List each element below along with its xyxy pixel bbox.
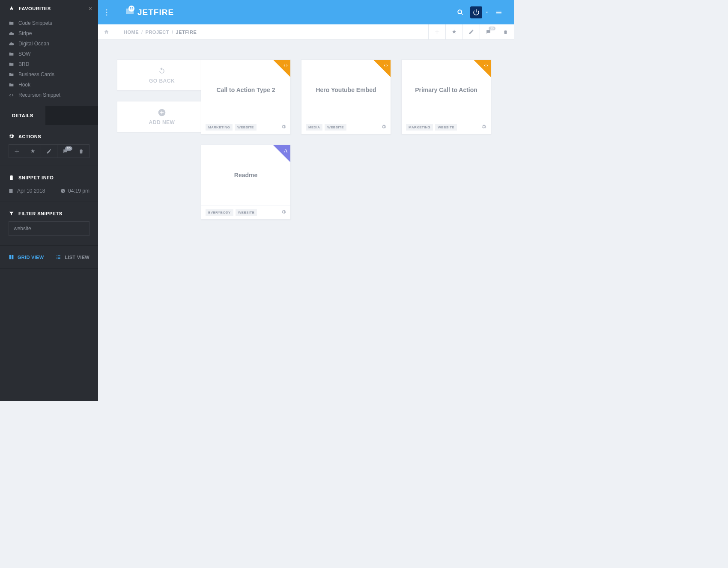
snippet-tag[interactable]: EVERYBODY [206,209,233,216]
breadcrumb-home[interactable]: HOME [124,30,139,35]
subbar-tools: 20 [428,24,514,39]
star-icon [9,6,15,12]
actions-title: ACTIONS [18,134,41,139]
snippet-title: Readme [234,172,257,178]
snippet-tag[interactable]: WEBSITE [235,124,257,131]
action-favourite-button[interactable] [25,144,42,158]
snippet-card[interactable]: Call to Action Type 2 MARKETINGWEBSITE [201,59,291,134]
snippet-settings-button[interactable] [481,123,486,131]
edit-icon [46,149,52,154]
tool-favourite-button[interactable] [445,24,462,39]
star-icon [30,149,36,154]
favourite-item[interactable]: Code Snippets [0,18,98,28]
close-favourites-icon[interactable]: × [89,5,92,12]
gear-icon [9,134,14,139]
snippet-title: Hero Youtube Embed [316,86,376,93]
breadcrumb-project[interactable]: PROJECT [146,30,169,35]
dots-vertical-icon [106,9,107,16]
snippet-settings-button[interactable] [381,123,386,131]
favourite-item[interactable]: BRD [0,59,98,69]
list-view-button[interactable]: LIST VIEW [56,254,90,260]
snippet-settings-button[interactable] [281,123,286,131]
hamburger-button[interactable] [492,5,506,20]
folder-icon [9,51,14,57]
snippet-card[interactable]: Primary Call to Action MARKETINGWEBSITE [401,59,491,134]
filter-snippets-input[interactable] [9,221,90,236]
favourite-label: Digital Ocean [18,41,49,47]
breadcrumb: HOME / PROJECT / JETFIRE [115,24,197,39]
snippet-date: Apr 10 2018 [17,188,45,194]
action-add-button[interactable] [9,144,25,158]
user-menu[interactable] [470,6,489,18]
snippet-tag[interactable]: WEBSITE [325,124,346,131]
gear-icon [281,209,286,214]
snippet-settings-button[interactable] [281,208,286,216]
subbar: HOME / PROJECT / JETFIRE 20 [98,24,514,40]
tool-add-button[interactable] [428,24,445,39]
tool-comments-button[interactable]: 20 [480,24,497,39]
snippet-tag[interactable]: WEBSITE [435,124,457,131]
tab-details[interactable]: DETAILS [0,106,45,125]
snippet-tag[interactable]: MARKETING [406,124,433,131]
favourite-item[interactable]: Hook [0,80,98,90]
add-new-card[interactable]: ADD NEW [117,101,207,132]
favourite-item[interactable]: Recursion Snippet [0,90,98,100]
topbar-menu-button[interactable] [98,0,115,24]
snippet-footer: EVERYBODYWEBSITE [201,205,290,219]
favourite-label: Code Snippets [18,20,52,26]
avatar [470,6,482,18]
snippet-tag[interactable]: MARKETING [206,124,233,131]
snippet-card[interactable]: A Readme EVERYBODYWEBSITE [201,145,291,220]
card-corner-icon: A [284,147,288,155]
list-view-label: LIST VIEW [65,255,90,260]
view-toggle: GRID VIEW LIST VIEW [0,246,98,269]
favourite-label: Hook [18,82,30,88]
clipboard-icon [9,175,14,180]
favourite-item[interactable]: Stripe [0,28,98,39]
snippet-info-title: SNIPPET INFO [18,175,54,180]
trash-icon [503,29,508,35]
add-new-label: ADD NEW [149,119,175,125]
home-button[interactable] [98,24,115,39]
cloud-icon [9,31,14,36]
gear-icon [281,124,286,129]
favourite-item[interactable]: SOW [0,49,98,59]
snippet-footer: MARKETINGWEBSITE [201,120,290,134]
snippet-title: Call to Action Type 2 [217,86,275,93]
content: GO BACK ADD NEW Call to Action Type 2 MA… [98,40,514,228]
comments-badge: 20 [65,146,72,151]
favourite-label: Stripe [18,30,32,36]
go-back-card[interactable]: GO BACK [117,59,207,91]
favourite-label: SOW [18,51,31,57]
actions-header: ACTIONS [0,125,98,144]
grid-view-button[interactable]: GRID VIEW [9,254,44,260]
action-edit-button[interactable] [41,144,57,158]
clock-icon [60,188,66,193]
favourites-title: FAVOURITES [19,6,89,11]
filter-icon [9,211,14,216]
tool-edit-button[interactable] [462,24,480,39]
code-icon [9,92,14,98]
snippet-tag[interactable]: WEBSITE [236,209,257,216]
search-button[interactable] [453,5,468,20]
action-delete-button[interactable] [73,144,90,158]
snippet-time: 04:19 pm [68,188,90,194]
breadcrumb-current: JETFIRE [176,30,197,35]
snippet-card[interactable]: Hero Youtube Embed MEDIAWEBSITE [301,59,391,134]
add-circle-icon [158,108,166,117]
tool-comments-badge: 20 [489,27,495,30]
tool-delete-button[interactable] [497,24,514,39]
folder-icon [9,82,14,88]
action-comments-button[interactable]: 20 [57,144,74,158]
list-icon [56,254,61,260]
brand[interactable]: 19 JETFIRE [125,6,174,18]
favourite-item[interactable]: Digital Ocean [0,39,98,49]
cloud-icon [9,41,14,47]
snippet-footer: MARKETINGWEBSITE [402,120,491,134]
snippet-info: Apr 10 2018 04:19 pm [0,185,98,202]
favourite-item[interactable]: Business Cards [0,69,98,80]
snippet-tag[interactable]: MEDIA [306,124,322,131]
star-icon [451,29,457,35]
folder-icon [9,72,14,77]
action-buttons: 20 [0,144,98,166]
